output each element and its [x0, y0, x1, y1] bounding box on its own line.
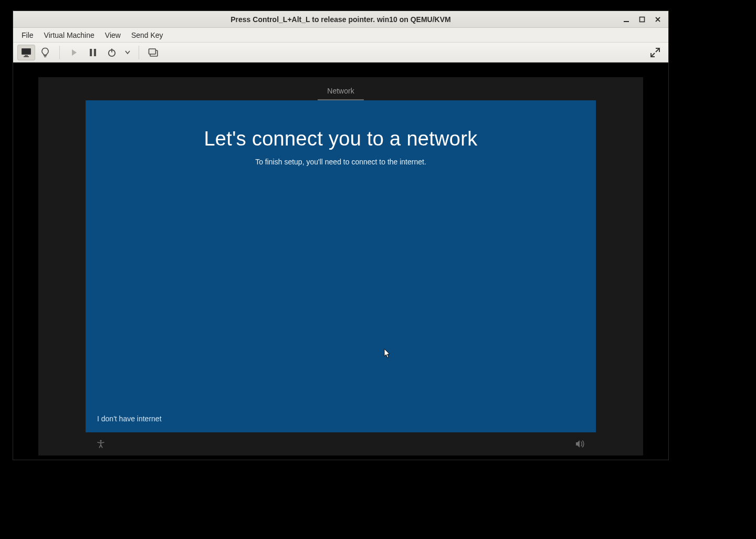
svg-rect-8	[90, 49, 92, 56]
window-titlebar: Press Control_L+Alt_L to release pointer…	[13, 11, 668, 28]
shutdown-menu-button[interactable]	[122, 45, 133, 60]
fullscreen-button[interactable]	[646, 45, 664, 60]
screenshot-icon	[148, 48, 159, 57]
menu-virtual-machine[interactable]: Virtual Machine	[39, 29, 100, 42]
svg-rect-13	[149, 49, 156, 54]
monitor-icon	[21, 48, 32, 57]
svg-rect-6	[44, 55, 47, 56]
window-controls	[622, 11, 665, 27]
details-view-button[interactable]	[36, 45, 54, 60]
pause-icon	[89, 48, 97, 57]
volume-button[interactable]	[575, 439, 585, 449]
svg-point-14	[100, 440, 101, 442]
play-icon	[70, 48, 78, 57]
desktop-background: Press Control_L+Alt_L to release pointer…	[0, 0, 756, 539]
svg-rect-11	[111, 48, 112, 52]
window-title: Press Control_L+Alt_L to release pointer…	[230, 15, 450, 24]
svg-rect-3	[23, 49, 30, 54]
svg-rect-5	[24, 56, 29, 57]
console-view-button[interactable]	[17, 45, 35, 60]
guest-screen[interactable]: Network Let's connect you to a network T…	[38, 77, 643, 455]
svg-rect-7	[44, 56, 46, 57]
maximize-icon	[639, 16, 645, 23]
svg-rect-9	[94, 49, 96, 56]
svg-rect-4	[25, 55, 28, 56]
menu-send-key[interactable]: Send Key	[126, 29, 169, 42]
vm-display-area: Network Let's connect you to a network T…	[13, 63, 668, 460]
maximize-button[interactable]	[638, 15, 646, 24]
menu-file[interactable]: File	[16, 29, 39, 42]
accessibility-button[interactable]	[96, 439, 106, 449]
tab-network[interactable]: Network	[318, 81, 363, 100]
oobe-footer	[38, 432, 643, 455]
pause-button[interactable]	[84, 45, 102, 60]
oobe-tab-row: Network	[38, 77, 643, 100]
toolbar-separator	[139, 46, 139, 59]
toolbar	[13, 43, 668, 63]
oobe-subtext: To finish setup, you'll need to connect …	[255, 158, 426, 166]
toolbar-separator	[59, 46, 60, 59]
accessibility-icon	[96, 439, 106, 449]
oobe-body: Let's connect you to a network To finish…	[86, 100, 596, 432]
close-button[interactable]	[654, 15, 662, 24]
power-icon	[107, 48, 117, 57]
oobe-headline: Let's connect you to a network	[204, 128, 477, 150]
volume-icon	[575, 439, 585, 449]
lightbulb-icon	[40, 47, 50, 58]
close-icon	[655, 16, 661, 23]
minimize-icon	[623, 16, 629, 23]
snapshot-button[interactable]	[144, 45, 162, 60]
shutdown-button[interactable]	[103, 45, 121, 60]
run-button[interactable]	[65, 45, 83, 60]
fullscreen-icon	[650, 47, 660, 58]
no-internet-link[interactable]: I don't have internet	[97, 414, 162, 423]
virt-manager-window: Press Control_L+Alt_L to release pointer…	[13, 11, 669, 460]
chevron-down-icon	[125, 50, 130, 55]
guest-cursor-icon	[384, 348, 391, 359]
svg-rect-0	[624, 21, 629, 22]
svg-rect-1	[640, 17, 645, 22]
minimize-button[interactable]	[622, 15, 631, 24]
menu-view[interactable]: View	[100, 29, 126, 42]
menubar: File Virtual Machine View Send Key	[13, 28, 668, 43]
